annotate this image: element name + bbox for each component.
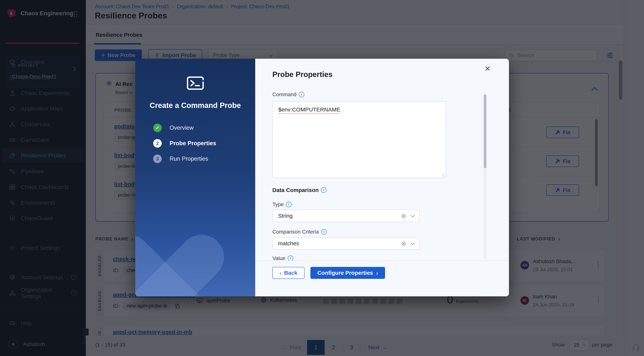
chevron-right-icon: › <box>376 269 378 277</box>
chevron-down-icon <box>410 241 415 245</box>
data-comparison-heading: Data Comparisoni <box>272 187 326 193</box>
panel-title: Probe Properties <box>272 70 332 79</box>
app-window: Chaos Engineering PROJECT Chaos-Dev-Prod… <box>0 0 644 356</box>
type-select[interactable]: String ⊗ <box>272 210 420 222</box>
clear-icon[interactable]: ⊗ <box>401 240 406 247</box>
wizard-title: Create a Command Probe <box>135 101 255 110</box>
wizard-step-run-properties[interactable]: 3 Run Properties <box>153 154 208 163</box>
modal-scrollbar-track[interactable] <box>484 92 486 260</box>
info-icon[interactable]: i <box>321 187 326 193</box>
wizard-panel: Create a Command Probe ✓ Overview 2 Prob… <box>135 59 255 296</box>
info-icon[interactable]: i <box>321 229 327 235</box>
clear-icon[interactable]: ⊗ <box>401 212 406 220</box>
info-icon[interactable]: i <box>288 256 293 261</box>
info-icon[interactable]: i <box>299 92 304 97</box>
type-label: Typei <box>272 202 292 207</box>
comparison-criteria-select[interactable]: matches ⊗ <box>272 237 420 250</box>
step-number: 2 <box>153 139 162 148</box>
resize-grip-icon[interactable] <box>440 172 445 177</box>
wizard-step-overview[interactable]: ✓ Overview <box>153 124 194 132</box>
create-command-probe-modal: Create a Command Probe ✓ Overview 2 Prob… <box>135 59 509 296</box>
chevron-down-icon <box>410 213 415 218</box>
command-textarea[interactable]: $env:COMPUTERNAME <box>272 101 446 178</box>
wizard-step-probe-properties[interactable]: 2 Probe Properties <box>153 139 216 148</box>
configure-properties-button[interactable]: Configure Properties› <box>310 267 385 279</box>
step-number: 3 <box>153 154 162 163</box>
value-label-clipped: Valuei <box>272 255 293 261</box>
back-button[interactable]: ‹Back <box>272 267 304 279</box>
close-icon[interactable]: × <box>485 63 490 73</box>
modal-scrollbar-thumb[interactable] <box>484 94 486 168</box>
probe-properties-panel: × Probe Properties Commandi $env:COMPUTE… <box>255 59 509 296</box>
step-done-check-icon: ✓ <box>153 124 162 132</box>
chevron-left-icon: ‹ <box>279 269 281 277</box>
info-icon[interactable]: i <box>286 202 292 207</box>
command-label: Commandi <box>272 91 304 97</box>
comparison-criteria-label: Comparison Criteriai <box>272 229 327 235</box>
terminal-icon <box>186 75 205 91</box>
